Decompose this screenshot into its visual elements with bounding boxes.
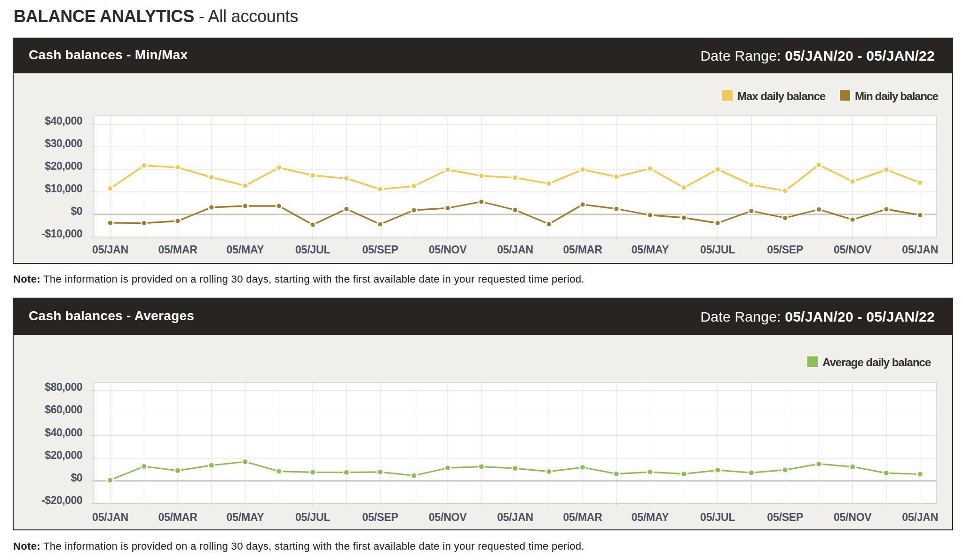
svg-text:$30,000: $30,000: [45, 137, 82, 150]
svg-text:05/JUL: 05/JUL: [295, 511, 330, 523]
svg-text:$20,000: $20,000: [45, 449, 82, 461]
svg-text:$10,000: $10,000: [45, 182, 82, 195]
svg-text:05/JAN: 05/JAN: [92, 511, 128, 523]
svg-text:05/MAR: 05/MAR: [158, 244, 197, 256]
svg-text:05/JAN: 05/JAN: [902, 511, 938, 523]
svg-text:05/JUL: 05/JUL: [700, 511, 735, 523]
svg-text:05/MAY: 05/MAY: [227, 244, 264, 256]
svg-text:05/SEP: 05/SEP: [767, 244, 803, 256]
svg-text:05/MAR: 05/MAR: [158, 511, 197, 523]
svg-text:05/NOV: 05/NOV: [834, 511, 872, 523]
svg-text:$80,000: $80,000: [45, 381, 82, 393]
svg-text:05/SEP: 05/SEP: [767, 511, 803, 523]
svg-text:05/NOV: 05/NOV: [429, 511, 467, 523]
svg-text:05/JUL: 05/JUL: [295, 244, 330, 256]
svg-text:-$10,000: -$10,000: [41, 228, 82, 240]
svg-text:$0: $0: [71, 472, 82, 484]
svg-text:05/JAN: 05/JAN: [92, 244, 128, 256]
svg-text:05/MAR: 05/MAR: [563, 511, 603, 523]
svg-text:05/JAN: 05/JAN: [497, 511, 533, 523]
svg-text:05/MAY: 05/MAY: [227, 511, 264, 523]
svg-text:05/NOV: 05/NOV: [834, 244, 872, 256]
svg-text:$60,000: $60,000: [45, 403, 82, 416]
svg-text:$0: $0: [71, 205, 82, 217]
svg-text:05/SEP: 05/SEP: [362, 244, 398, 256]
svg-text:05/JAN: 05/JAN: [497, 244, 533, 256]
svg-text:05/NOV: 05/NOV: [429, 244, 467, 256]
svg-text:-$20,000: -$20,000: [41, 494, 82, 506]
svg-text:05/SEP: 05/SEP: [362, 511, 398, 523]
svg-text:05/MAR: 05/MAR: [563, 244, 603, 256]
svg-text:05/JUL: 05/JUL: [700, 244, 735, 256]
svg-text:05/JAN: 05/JAN: [902, 244, 938, 256]
svg-text:05/MAY: 05/MAY: [631, 244, 669, 256]
svg-text:$20,000: $20,000: [45, 160, 82, 172]
svg-text:05/MAY: 05/MAY: [631, 511, 669, 523]
svg-text:$40,000: $40,000: [45, 426, 82, 439]
svg-text:$40,000: $40,000: [45, 115, 82, 127]
